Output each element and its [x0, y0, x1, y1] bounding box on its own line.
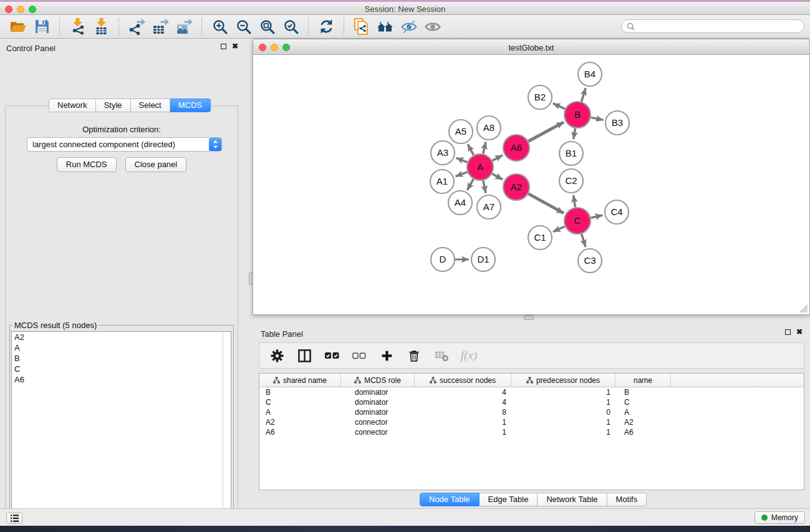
- column-header-successor-nodes[interactable]: successor nodes: [415, 374, 511, 387]
- table-tab-node-table[interactable]: Node Table: [420, 493, 480, 506]
- graph-node-A6[interactable]: A6: [503, 135, 529, 161]
- table-cell[interactable]: connector: [341, 417, 415, 427]
- graph-node-B2[interactable]: B2: [528, 85, 552, 109]
- graph-node-B4[interactable]: B4: [578, 62, 602, 86]
- graph-node-B1[interactable]: B1: [559, 142, 583, 165]
- table-cell[interactable]: A2: [615, 417, 671, 427]
- mcds-result-item[interactable]: A2: [12, 332, 223, 342]
- close-panel-icon[interactable]: ✖: [232, 44, 238, 49]
- refresh-layout-icon[interactable]: [314, 17, 338, 37]
- open-folder-icon[interactable]: [6, 17, 30, 37]
- graph-node-C1[interactable]: C1: [528, 226, 552, 249]
- tab-style[interactable]: Style: [96, 99, 131, 112]
- graph-node-A3[interactable]: A3: [431, 141, 455, 165]
- table-cell[interactable]: 1: [415, 427, 511, 437]
- run-mcds-button[interactable]: Run MCDS: [57, 157, 117, 172]
- export-image-icon[interactable]: [172, 17, 196, 37]
- graph-node-C2[interactable]: C2: [559, 169, 583, 193]
- table-cell[interactable]: dominator: [341, 407, 415, 417]
- tab-select[interactable]: Select: [131, 99, 170, 112]
- mcds-result-item[interactable]: A: [12, 342, 223, 353]
- close-panel-button[interactable]: Close panel: [125, 157, 187, 172]
- edge-C-C1[interactable]: [553, 226, 565, 232]
- table-cell[interactable]: C: [259, 397, 341, 407]
- save-icon[interactable]: [30, 17, 54, 37]
- edge-A-A7[interactable]: [483, 181, 486, 193]
- graph-node-A[interactable]: A: [467, 154, 493, 180]
- column-header-shared-name[interactable]: shared name: [259, 374, 341, 387]
- table-cell[interactable]: 1: [511, 387, 615, 397]
- table-cell[interactable]: B: [259, 387, 341, 397]
- network-graph[interactable]: B4B2BB3A5A8A6A3B1AA1C2A2A4A7C4CC1C3DD1: [253, 55, 809, 314]
- graph-node-A5[interactable]: A5: [449, 120, 473, 143]
- table-cell[interactable]: A: [615, 407, 671, 417]
- table-cell[interactable]: A2: [259, 417, 341, 427]
- table-cell[interactable]: connector: [341, 427, 415, 437]
- table-cell[interactable]: 1: [415, 417, 511, 427]
- edge-A-A1[interactable]: [456, 172, 468, 177]
- table-cell[interactable]: 1: [511, 427, 615, 437]
- result-scrollbar[interactable]: [223, 332, 231, 530]
- edge-A-A4[interactable]: [467, 179, 473, 190]
- table-cell[interactable]: A6: [259, 427, 341, 437]
- edge-A2-C[interactable]: [528, 194, 564, 213]
- float-table-panel-icon[interactable]: [785, 329, 791, 335]
- edge-A-A2[interactable]: [492, 174, 503, 180]
- table-row[interactable]: A6connector11A6: [259, 427, 804, 437]
- show-column-icon[interactable]: [296, 346, 313, 365]
- zoom-fit-icon[interactable]: [255, 17, 279, 37]
- graph-node-A2[interactable]: A2: [503, 174, 529, 200]
- graph-node-D[interactable]: D: [431, 248, 455, 271]
- table-cell[interactable]: dominator: [341, 397, 415, 407]
- edge-C-C4[interactable]: [591, 215, 603, 218]
- import-network-icon[interactable]: [65, 17, 89, 37]
- edge-C-C3[interactable]: [582, 234, 586, 247]
- search-input[interactable]: [638, 22, 799, 31]
- table-cell[interactable]: A6: [615, 427, 671, 437]
- splitter-grip-horizontal[interactable]: [524, 315, 534, 320]
- table-cell[interactable]: C: [615, 397, 671, 407]
- graph-node-C[interactable]: C: [564, 208, 591, 234]
- tab-mcds[interactable]: MCDS: [170, 99, 211, 112]
- graph-node-A4[interactable]: A4: [448, 191, 472, 215]
- column-header-predecessor-nodes[interactable]: predecessor nodes: [511, 374, 615, 387]
- table-cell[interactable]: 1: [511, 397, 615, 407]
- memory-button[interactable]: Memory: [755, 511, 805, 524]
- edge-A6-B[interactable]: [528, 122, 564, 142]
- mcds-result-item[interactable]: B: [12, 353, 223, 364]
- graph-node-C4[interactable]: C4: [605, 200, 629, 224]
- table-row[interactable]: Bdominator41B: [259, 387, 804, 397]
- show-all-eye-icon[interactable]: [421, 17, 445, 37]
- edge-A-A5[interactable]: [468, 144, 474, 155]
- function-builder-icon[interactable]: f(x): [460, 346, 478, 365]
- graph-node-A7[interactable]: A7: [477, 195, 501, 219]
- table-cell[interactable]: 0: [511, 407, 615, 417]
- gear-icon[interactable]: [268, 346, 286, 365]
- window-titlebar[interactable]: Session: New Session: [0, 2, 810, 15]
- mcds-result-item[interactable]: A6: [12, 374, 223, 385]
- tab-network[interactable]: Network: [49, 99, 96, 112]
- task-history-button[interactable]: [6, 513, 22, 524]
- table-cell[interactable]: A: [259, 407, 341, 417]
- close-table-panel-icon[interactable]: ✖: [796, 329, 803, 335]
- zoom-in-icon[interactable]: [208, 17, 231, 37]
- import-table-icon[interactable]: [89, 17, 113, 37]
- edge-C-C2[interactable]: [574, 195, 576, 208]
- first-neighbors-icon[interactable]: [374, 17, 397, 37]
- delete-table-icon[interactable]: [433, 346, 450, 365]
- table-row[interactable]: Cdominator41C: [259, 397, 804, 407]
- table-cell[interactable]: 4: [415, 397, 511, 407]
- graph-node-A8[interactable]: A8: [477, 116, 501, 140]
- table-cell[interactable]: dominator: [341, 387, 415, 397]
- export-table-icon[interactable]: [148, 17, 172, 37]
- edge-B-B3[interactable]: [591, 117, 604, 120]
- graph-node-B[interactable]: B: [564, 102, 591, 128]
- table-row[interactable]: Adominator80A: [259, 407, 804, 417]
- deselect-all-icon[interactable]: [350, 346, 368, 365]
- graph-node-D1[interactable]: D1: [471, 248, 495, 271]
- table-cell[interactable]: 1: [511, 417, 615, 427]
- table-tab-edge-table[interactable]: Edge Table: [480, 493, 538, 506]
- table-tab-network-table[interactable]: Network Table: [538, 493, 607, 506]
- add-column-icon[interactable]: [378, 346, 395, 365]
- column-header-name[interactable]: name: [615, 374, 671, 387]
